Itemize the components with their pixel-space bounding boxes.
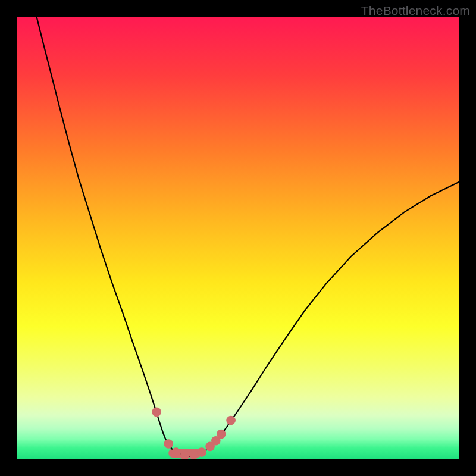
marker-dot [197,447,206,457]
watermark-label: TheBottleneck.com [361,4,470,18]
marker-dot [217,430,226,439]
marker-dot [164,439,173,449]
gradient-background [17,17,459,459]
chart-frame: TheBottleneck.com [0,0,476,476]
plot-area [17,17,459,459]
marker-dot [189,450,199,459]
marker-dot [171,447,181,457]
marker-dot [226,416,236,425]
marker-dot [152,408,161,417]
chart-svg [17,17,459,459]
